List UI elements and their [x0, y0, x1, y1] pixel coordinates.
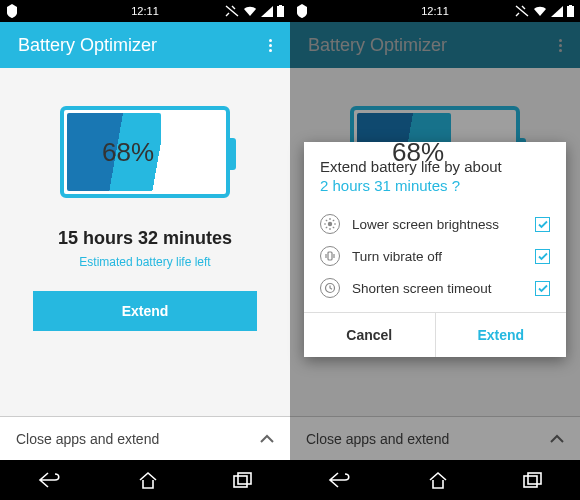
nav-back-button[interactable] [37, 471, 63, 489]
status-time: 12:11 [0, 5, 290, 17]
dialog-cancel-button[interactable]: Cancel [304, 313, 436, 357]
battery-graphic: 68% [60, 106, 230, 198]
status-time: 12:11 [290, 5, 580, 17]
svg-line-14 [333, 227, 334, 228]
svg-rect-17 [328, 252, 332, 260]
svg-rect-7 [528, 473, 541, 484]
svg-line-15 [326, 227, 327, 228]
svg-line-13 [326, 220, 327, 221]
svg-point-8 [328, 222, 332, 226]
dialog-actions: Cancel Extend [304, 312, 566, 357]
option-vibrate[interactable]: Turn vibrate off [320, 240, 550, 272]
svg-line-16 [333, 220, 334, 221]
estimated-time: 15 hours 32 minutes [58, 228, 232, 249]
nav-home-button[interactable] [428, 471, 448, 489]
option-label: Turn vibrate off [352, 249, 442, 264]
phone-dialog: 12:11 Battery Optimizer 68% 15 hours [290, 0, 580, 500]
checkbox-checked[interactable] [535, 281, 550, 296]
dialog-extend-button[interactable]: Extend [436, 313, 567, 357]
option-brightness[interactable]: Lower screen brightness [320, 208, 550, 240]
checkbox-checked[interactable] [535, 249, 550, 264]
overflow-menu-button[interactable] [265, 33, 276, 58]
option-label: Shorten screen timeout [352, 281, 492, 296]
svg-rect-3 [238, 473, 251, 484]
option-label: Lower screen brightness [352, 217, 499, 232]
vibrate-icon [320, 246, 340, 266]
checkbox-checked[interactable] [535, 217, 550, 232]
nav-back-button[interactable] [327, 471, 353, 489]
dialog-title-line2: 2 hours 31 minutes ? [320, 177, 550, 194]
nav-bar [290, 460, 580, 500]
nav-recent-button[interactable] [523, 472, 543, 488]
option-timeout[interactable]: Shorten screen timeout [320, 272, 550, 304]
extend-button[interactable]: Extend [33, 291, 257, 331]
status-bar: 12:11 [0, 0, 290, 22]
status-bar: 12:11 [290, 0, 580, 22]
nav-home-button[interactable] [138, 471, 158, 489]
battery-percentage: 68% [354, 137, 444, 168]
extend-dialog: Extend battery life by about 2 hours 31 … [304, 142, 566, 357]
main-content: 68% 15 hours 32 minutes Estimated batter… [0, 68, 290, 416]
timeout-icon [320, 278, 340, 298]
close-apps-row[interactable]: Close apps and extend [0, 416, 290, 460]
close-apps-label: Close apps and extend [16, 431, 159, 447]
chevron-up-icon [260, 434, 274, 443]
estimated-time-label: Estimated battery life left [79, 255, 210, 269]
dialog-options: Lower screen brightness Turn vibrate off [320, 208, 550, 304]
nav-recent-button[interactable] [233, 472, 253, 488]
battery-percentage: 68% [64, 137, 154, 168]
svg-rect-2 [234, 476, 247, 487]
brightness-icon [320, 214, 340, 234]
nav-bar [0, 460, 290, 500]
app-bar: Battery Optimizer [0, 22, 290, 68]
svg-rect-6 [524, 476, 537, 487]
app-title: Battery Optimizer [18, 35, 265, 56]
phone-main: 12:11 Battery Optimizer 68% 15 hours [0, 0, 290, 500]
